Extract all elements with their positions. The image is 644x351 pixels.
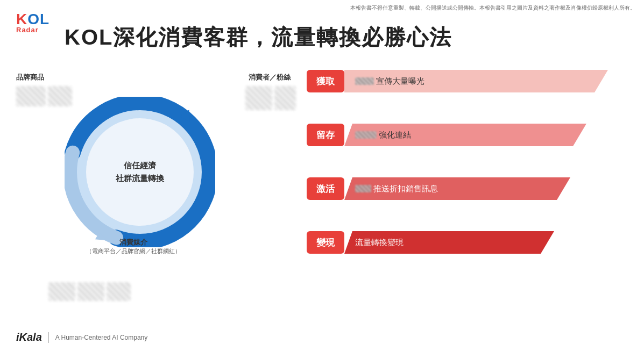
funnel-area: 獲取 宣傳大量曝光 留存 強化連結 激活 推送折扣銷售訊息 [307,70,635,306]
funnel-shape-2: 強化連結 [344,124,586,146]
funnel-tag-4: 變現 [307,231,344,254]
circle-diagram: 信任經濟 社群流量轉換 [65,97,215,247]
footer-divider [48,332,49,343]
funnel-tag-1: 獲取 [307,70,344,92]
funnel-shape-1: 宣傳大量曝光 [344,70,608,92]
media-image-2 [77,282,104,301]
blurred-content-1a [355,77,374,85]
funnel-row-2: 留存 強化連結 [307,124,586,146]
media-image-1 [48,282,75,301]
funnel-text-4: 流量轉換變現 [355,238,404,248]
footer-brand: iKala [16,331,42,343]
logo: KOL Radar [16,12,49,34]
logo-radar: Radar [16,26,39,34]
blurred-content-3a [355,185,371,192]
label-media: 消費媒介 （電商平台／品牌官網／社群網紅） [86,238,181,255]
consumer-images [245,86,296,110]
funnel-tag-2: 留存 [307,124,344,146]
funnel-row-3: 激活 推送折扣銷售訊息 [307,177,570,200]
consumer-image-1 [245,86,272,110]
blurred-content-2a [355,131,377,139]
page-title: KOL深化消費客群，流量轉換必勝心法 [65,23,452,52]
footer-tagline: A Human-Centered AI Company [55,334,147,341]
logo-kol: KOL [16,12,49,27]
funnel-shape-4: 流量轉換變現 [344,231,554,254]
brand-image-1 [16,86,46,106]
funnel-text-1: 宣傳大量曝光 [376,76,424,87]
label-consumer: 消費者／粉絲 [249,73,291,82]
funnel-tag-3: 激活 [307,177,344,200]
funnel-row-1: 獲取 宣傳大量曝光 [307,70,608,92]
diagram-area: 品牌商品 消費者／粉絲 信任經濟 社群流量轉換 [16,70,301,301]
disclaimer-text: 本報告書不得任意重製、轉載、公開播送或公開傳輸。本報告書引用之圖片及資料之著作權… [350,4,635,12]
funnel-text-3: 推送折扣銷售訊息 [373,184,438,194]
label-brand: 品牌商品 [16,73,44,82]
funnel-row-4: 變現 流量轉換變現 [307,231,554,254]
media-images [48,282,131,301]
media-image-3 [107,282,131,301]
consumer-image-2 [274,86,296,110]
svg-point-3 [86,118,194,226]
funnel-text-2: 強化連結 [379,130,411,140]
funnel-shape-3: 推送折扣銷售訊息 [344,177,570,200]
brand-images [16,86,72,106]
footer: iKala A Human-Centered AI Company [16,331,147,343]
